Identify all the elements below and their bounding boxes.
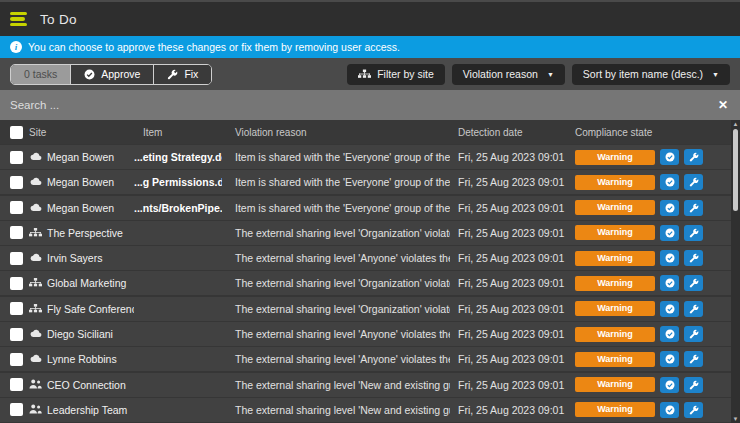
row-checkbox[interactable]: [10, 176, 23, 189]
task-action-group: 0 tasks Approve Fix: [10, 64, 212, 85]
status-badge: Warning: [575, 225, 655, 240]
toolbar: 0 tasks Approve Fix Filter by site Viola…: [0, 58, 740, 90]
row-fix-button[interactable]: [684, 250, 703, 266]
wrench-icon: [689, 354, 699, 364]
info-banner: i You can choose to approve these change…: [0, 36, 740, 58]
table-row: Megan Bowen...eting Strategy.docx/Item i…: [0, 145, 731, 169]
row-checkbox[interactable]: [10, 277, 23, 290]
row-checkbox[interactable]: [10, 252, 23, 265]
onedrive-cloud-icon: [29, 176, 42, 188]
row-checkbox[interactable]: [10, 151, 23, 164]
row-fix-button[interactable]: [684, 402, 703, 418]
row-approve-button[interactable]: [660, 326, 679, 342]
row-checkbox[interactable]: [10, 226, 23, 239]
row-fix-button[interactable]: [684, 200, 703, 216]
row-checkbox[interactable]: [10, 302, 23, 315]
select-all-checkbox[interactable]: [10, 126, 23, 139]
row-checkbox[interactable]: [10, 328, 23, 341]
row-fix-button[interactable]: [684, 301, 703, 317]
check-circle-icon: [665, 354, 675, 364]
wrench-icon: [167, 69, 178, 80]
row-checkbox[interactable]: [10, 403, 23, 416]
status-badge: Warning: [575, 150, 655, 165]
row-approve-button[interactable]: [660, 402, 679, 418]
detection-date-cell: Fri, 25 Aug 2023 09:01: [450, 176, 562, 188]
row-fix-button[interactable]: [684, 275, 703, 291]
row-fix-button[interactable]: [684, 149, 703, 165]
search-bar: ✕: [0, 90, 740, 120]
status-badge: Warning: [575, 251, 655, 266]
status-badge: Warning: [575, 327, 655, 342]
site-cell: Global Marketing: [29, 277, 134, 289]
row-approve-button[interactable]: [660, 301, 679, 317]
row-checkbox[interactable]: [10, 201, 23, 214]
status-badge: Warning: [575, 402, 655, 417]
violation-reason-cell: The external sharing level 'Anyone' viol…: [222, 252, 450, 264]
row-actions: [660, 225, 712, 241]
scrollbar-thumb[interactable]: [733, 129, 738, 211]
site-cell: Lynne Robbins: [29, 353, 134, 365]
row-approve-button[interactable]: [660, 200, 679, 216]
row-actions: [660, 149, 712, 165]
violation-reason-dropdown[interactable]: Violation reason ▼: [452, 64, 565, 85]
scroll-down-icon[interactable]: ▼: [733, 415, 739, 423]
search-input[interactable]: [10, 99, 716, 111]
row-approve-button[interactable]: [660, 275, 679, 291]
column-header-site: Site: [29, 127, 134, 138]
violation-reason-cell: The external sharing level 'New and exis…: [222, 379, 450, 391]
row-fix-button[interactable]: [684, 225, 703, 241]
sort-dropdown[interactable]: Sort by item name (desc.) ▼: [572, 64, 730, 85]
wrench-icon: [689, 228, 699, 238]
row-approve-button[interactable]: [660, 149, 679, 165]
violation-reason-label: Violation reason: [463, 68, 538, 80]
onedrive-cloud-icon: [29, 353, 42, 365]
filter-by-site-label: Filter by site: [377, 68, 434, 80]
site-name: CEO Connection: [47, 379, 126, 391]
team-users-icon: [29, 404, 42, 416]
row-fix-button[interactable]: [684, 326, 703, 342]
app-logo-icon: [10, 12, 27, 27]
row-approve-button[interactable]: [660, 351, 679, 367]
row-approve-button[interactable]: [660, 250, 679, 266]
sort-label: Sort by item name (desc.): [583, 68, 703, 80]
row-fix-button[interactable]: [684, 351, 703, 367]
close-icon[interactable]: ✕: [716, 98, 730, 112]
tasks-count-badge: 0 tasks: [11, 65, 71, 84]
fix-button[interactable]: Fix: [154, 65, 211, 84]
status-badge: Warning: [575, 352, 655, 367]
filter-sort-group: Filter by site Violation reason ▼ Sort b…: [347, 64, 730, 85]
violation-reason-cell: Item is shared with the 'Everyone' group…: [222, 176, 450, 188]
row-fix-button[interactable]: [684, 377, 703, 393]
status-badge: Warning: [575, 377, 655, 392]
row-actions: [660, 351, 712, 367]
row-actions: [660, 200, 712, 216]
row-approve-button[interactable]: [660, 174, 679, 190]
detection-date-cell: Fri, 25 Aug 2023 09:01: [450, 328, 562, 340]
violation-reason-cell: The external sharing level 'Organization…: [222, 303, 450, 315]
detection-date-cell: Fri, 25 Aug 2023 09:01: [450, 277, 562, 289]
wrench-icon: [689, 380, 699, 390]
table-row: Fly Safe ConferenceThe external sharing …: [0, 297, 731, 321]
scroll-up-icon[interactable]: ▲: [733, 120, 739, 128]
check-circle-icon: [665, 203, 675, 213]
row-approve-button[interactable]: [660, 377, 679, 393]
row-fix-button[interactable]: [684, 174, 703, 190]
violation-reason-cell: The external sharing level 'Anyone' viol…: [222, 328, 450, 340]
row-checkbox[interactable]: [10, 378, 23, 391]
row-actions: [660, 174, 712, 190]
row-checkbox[interactable]: [10, 353, 23, 366]
sitemap-icon: [358, 69, 371, 79]
chevron-down-icon: ▼: [712, 71, 719, 78]
row-approve-button[interactable]: [660, 225, 679, 241]
detection-date-cell: Fri, 25 Aug 2023 09:01: [450, 303, 562, 315]
vertical-scrollbar[interactable]: ▲ ▼: [731, 120, 740, 423]
violation-reason-cell: Item is shared with the 'Everyone' group…: [222, 151, 450, 163]
check-circle-icon: [665, 278, 675, 288]
detection-date-cell: Fri, 25 Aug 2023 09:01: [450, 379, 562, 391]
compliance-state-cell: Warning: [562, 200, 660, 215]
check-circle-icon: [665, 380, 675, 390]
onedrive-cloud-icon: [29, 202, 42, 214]
filter-by-site-button[interactable]: Filter by site: [347, 64, 445, 85]
item-cell: ...nts/BrokenPipe.jpg/: [134, 202, 222, 214]
approve-button[interactable]: Approve: [71, 65, 154, 84]
